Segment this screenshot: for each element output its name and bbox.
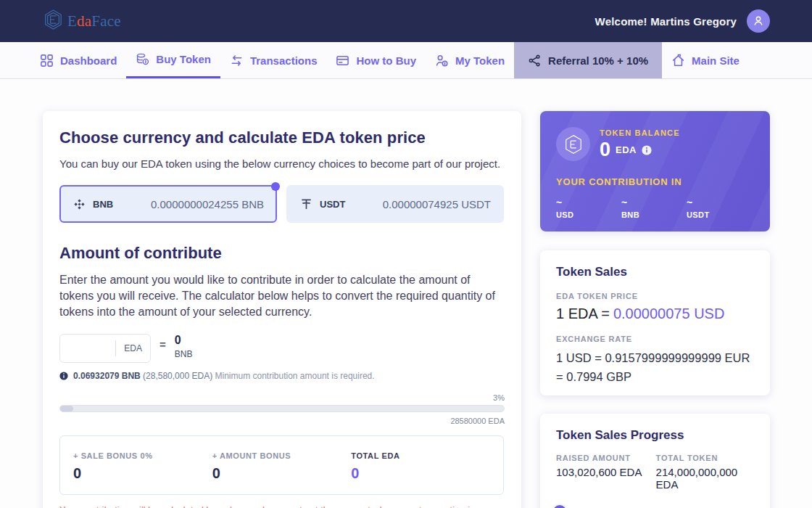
minimum-contribution-note: 0.06932079 BNB (28,580,000 EDA) Minimum … bbox=[59, 371, 505, 381]
dashboard-icon bbox=[40, 54, 54, 67]
nav-label: Main Site bbox=[692, 54, 740, 67]
currency-code: BNB bbox=[93, 199, 113, 210]
nav-tab-dashboard[interactable]: Dashboard bbox=[30, 42, 126, 78]
eda-token-badge bbox=[556, 127, 590, 161]
currency-selector: BNB 0.0000000024255 BNB USDT 0.000000749… bbox=[59, 185, 505, 223]
user-coin-icon bbox=[435, 54, 449, 67]
amount-input-group: EDA bbox=[59, 334, 151, 363]
total-eda-label: TOTAL EDA bbox=[351, 451, 490, 460]
currency-code: USDT bbox=[320, 199, 345, 210]
exchange-rate-disclaimer: Your contribution will be calculated bas… bbox=[59, 504, 505, 508]
slider-handle[interactable] bbox=[553, 505, 566, 508]
contribution-bnb: ~ BNB bbox=[621, 197, 687, 219]
currency-rate: 0.00000074925 USDT bbox=[383, 198, 491, 210]
exchange-rate-value: 1 USD = 0.9157999999999999 EUR = 0.7994 … bbox=[556, 348, 754, 386]
brand-letter-e: E bbox=[67, 12, 77, 30]
main-navigation: Dashboard Buy Token Transactions How to … bbox=[0, 42, 812, 79]
sale-progress-percent: 3% bbox=[59, 393, 505, 402]
edaface-hexagon-icon bbox=[44, 9, 63, 33]
share-nodes-icon bbox=[528, 54, 542, 67]
token-balance-card: TOKEN BALANCE 0 EDA YOUR CONTRIBUTION IN… bbox=[540, 111, 770, 232]
sales-progress-slider[interactable] bbox=[556, 505, 754, 508]
bnb-icon bbox=[72, 197, 86, 211]
contribution-currency: USD bbox=[556, 210, 621, 219]
total-token-column: TOTAL TOKEN 214,000,000,000 EDA bbox=[656, 454, 754, 491]
contribution-currency: BNB bbox=[621, 210, 687, 219]
sale-progress-total: 28580000 EDA bbox=[59, 417, 505, 425]
coins-icon bbox=[136, 52, 149, 66]
nav-tab-buy-token[interactable]: Buy Token bbox=[126, 42, 220, 78]
bonus-summary-box: + SALE BONUS 0% 0 + AMOUNT BONUS 0 TOTAL… bbox=[59, 435, 504, 495]
nav-label: My Token bbox=[455, 54, 505, 67]
total-token-label: TOTAL TOKEN bbox=[656, 454, 754, 462]
welcome-user-text: Welcome! Martins Gregory bbox=[595, 15, 737, 28]
person-icon bbox=[751, 14, 766, 28]
input-suffix-eda: EDA bbox=[115, 340, 150, 356]
sale-progress-bar[interactable] bbox=[59, 405, 505, 412]
total-eda-column: TOTAL EDA 0 bbox=[351, 451, 490, 482]
total-token-value: 214,000,000,000 EDA bbox=[656, 466, 754, 491]
raised-amount-value: 103,020,600 EDA bbox=[556, 466, 656, 478]
home-icon bbox=[671, 54, 685, 67]
amount-input[interactable] bbox=[60, 335, 115, 362]
selected-dot bbox=[271, 182, 280, 191]
nav-tab-how-to-buy[interactable]: How to Buy bbox=[326, 42, 426, 78]
total-eda-value: 0 bbox=[351, 465, 490, 482]
token-sales-title: Token Sales bbox=[556, 265, 754, 279]
token-sales-progress-card: Token Sales Progress RAISED AMOUNT 103,0… bbox=[540, 414, 770, 508]
buy-token-panel: Choose currency and calculate EDA token … bbox=[43, 111, 521, 508]
contribution-value: ~ bbox=[687, 197, 752, 208]
token-balance-unit: EDA bbox=[616, 144, 637, 155]
sale-bonus-label: + SALE BONUS 0% bbox=[73, 451, 212, 460]
nav-tab-main-site[interactable]: Main Site bbox=[662, 42, 749, 78]
currency-rate: 0.0000000024255 BNB bbox=[151, 198, 264, 210]
nav-label: Buy Token bbox=[156, 53, 211, 65]
page-subtitle: You can buy our EDA token using the belo… bbox=[59, 157, 505, 170]
token-sales-progress-title: Token Sales Progress bbox=[556, 428, 754, 443]
sale-progress-fill bbox=[60, 406, 73, 411]
balance-info-icon[interactable] bbox=[642, 145, 652, 155]
brand-letters-da: da bbox=[77, 12, 91, 30]
edaface-logo[interactable]: EdaFace bbox=[44, 9, 121, 33]
user-avatar[interactable] bbox=[747, 9, 770, 33]
raised-amount-column: RAISED AMOUNT 103,020,600 EDA bbox=[556, 454, 656, 491]
token-sales-card: Token Sales EDA TOKEN PRICE 1 EDA =0.000… bbox=[540, 250, 770, 396]
calculator-row: EDA = 0 BNB bbox=[59, 334, 505, 363]
result-currency: BNB bbox=[175, 349, 193, 359]
raised-amount-label: RAISED AMOUNT bbox=[556, 454, 656, 462]
contribution-value: ~ bbox=[621, 197, 687, 208]
nav-label: Dashboard bbox=[60, 54, 117, 67]
eda-hexagon-icon bbox=[564, 134, 583, 155]
sale-bonus-column: + SALE BONUS 0% 0 bbox=[73, 451, 212, 482]
nav-label: How to Buy bbox=[356, 54, 416, 67]
sale-bonus-value: 0 bbox=[73, 465, 212, 482]
currency-option-usdt[interactable]: USDT 0.00000074925 USDT bbox=[286, 185, 504, 223]
info-icon bbox=[59, 372, 68, 380]
amount-bonus-value: 0 bbox=[212, 465, 352, 482]
page-title: Choose currency and calculate EDA token … bbox=[59, 128, 505, 147]
top-bar: EdaFace Welcome! Martins Gregory bbox=[0, 0, 812, 42]
currency-option-bnb[interactable]: BNB 0.0000000024255 BNB bbox=[59, 185, 277, 223]
exchange-rate-label: EXCHANGE RATE bbox=[556, 335, 754, 343]
brand-name: EdaFace bbox=[67, 12, 121, 30]
contribution-currency: USDT bbox=[687, 210, 752, 219]
amount-section-title: Amount of contribute bbox=[59, 244, 505, 263]
amount-bonus-column: + AMOUNT BONUS 0 bbox=[212, 451, 352, 482]
buy-token-page: EdaFace Welcome! Martins Gregory Dashboa… bbox=[0, 0, 812, 508]
nav-tab-referral[interactable]: Referral 10% + 10% bbox=[514, 42, 662, 78]
swap-arrows-icon bbox=[230, 54, 244, 67]
nav-tab-my-token[interactable]: My Token bbox=[426, 42, 514, 78]
eda-token-price-label: EDA TOKEN PRICE bbox=[556, 292, 754, 300]
contribution-usd: ~ USD bbox=[556, 197, 621, 219]
result-value: 0 bbox=[175, 334, 193, 347]
nav-tab-transactions[interactable]: Transactions bbox=[220, 42, 327, 78]
usdt-icon bbox=[299, 197, 313, 211]
conversion-result: 0 BNB bbox=[175, 334, 193, 359]
minimum-text: Minimum contribution amount is required. bbox=[215, 371, 374, 381]
token-balance-label: TOKEN BALANCE bbox=[600, 128, 680, 137]
contribution-label: YOUR CONTRIBUTION IN bbox=[556, 176, 754, 187]
credit-card-icon bbox=[336, 54, 349, 67]
equals-sign: = bbox=[160, 338, 166, 351]
contribution-row: ~ USD ~ BNB ~ USDT bbox=[556, 197, 754, 219]
minimum-amount: 0.06932079 BNB bbox=[73, 371, 141, 381]
